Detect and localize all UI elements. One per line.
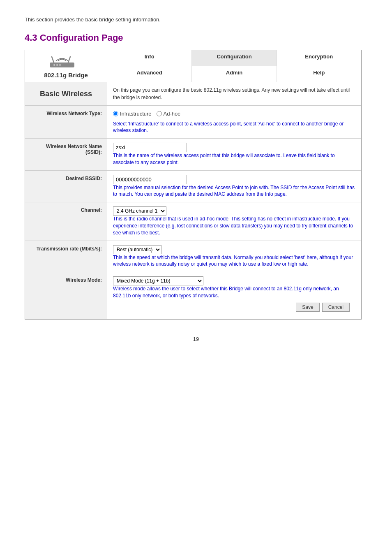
radio-infrastructure-label[interactable]: Infrastructure [113,110,152,118]
tab-help[interactable]: Help [277,66,361,82]
wireless-mode-select[interactable]: Mixed Mode (11g + 11b) 802.11g only 802.… [113,276,203,285]
radio-adhoc-label[interactable]: Ad-hoc [157,110,180,118]
wireless-mode-label: Wireless Mode: [25,272,107,319]
page-number: 19 [25,336,367,342]
tab-advanced[interactable]: Advanced [107,66,192,82]
device-name: 802.11g Bridge [44,72,88,79]
channel-value: 2.4 GHz channel 1 2.4 GHz channel 2 2.4 … [107,202,361,240]
radio-adhoc-text: Ad-hoc [164,110,180,118]
radio-infrastructure-text: Infrastructure [120,110,152,118]
ssid-input[interactable] [113,143,187,152]
cancel-button[interactable]: Cancel [322,303,350,312]
basic-wireless-label: Basic Wireless [40,90,92,98]
svg-point-5 [59,64,61,66]
bssid-label: Desired BSSID: [25,171,107,202]
tx-rate-value: Best (automatic) 1 Mbps 2 Mbps 5.5 Mbps … [107,241,361,272]
ssid-hint: This is the name of the wireless access … [113,152,355,166]
svg-line-2 [68,57,70,63]
channel-select[interactable]: 2.4 GHz channel 1 2.4 GHz channel 2 2.4 … [113,206,166,215]
wireless-type-label: Wireless Network Type: [25,106,107,138]
logo-cell: 802.11g Bridge [25,50,107,82]
bssid-input[interactable] [113,175,187,184]
wireless-type-value: Infrastructure Ad-hoc Select 'Infrastruc… [107,106,361,138]
page-header-row: Basic Wireless On this page you can conf… [25,82,361,106]
tx-rate-hint: This is the speed at which the bridge wi… [113,254,355,268]
tabs-bottom-row: Advanced Admin Help [107,66,361,82]
wireless-mode-row: Wireless Mode: Mixed Mode (11g + 11b) 80… [25,272,361,319]
save-button[interactable]: Save [296,303,319,312]
svg-point-3 [53,64,55,66]
ssid-value: This is the name of the wireless access … [107,139,361,170]
tx-rate-select[interactable]: Best (automatic) 1 Mbps 2 Mbps 5.5 Mbps … [113,245,161,254]
tabs-cell: Info Configuration Encryption Advanced A… [107,50,361,82]
radio-adhoc[interactable] [157,111,162,116]
wireless-mode-value: Mixed Mode (11g + 11b) 802.11g only 802.… [107,272,361,319]
config-box: 802.11g Bridge Info Configuration Encryp… [25,50,362,320]
page-header-description: On this page you can configure the basic… [107,82,361,105]
tab-configuration[interactable]: Configuration [192,50,277,66]
wireless-type-hint: Select 'Infrastructure' to connect to a … [113,120,355,134]
tab-admin[interactable]: Admin [192,66,277,82]
tab-encryption[interactable]: Encryption [277,50,361,66]
bssid-value: This provides manual selection for the d… [107,171,361,202]
channel-row: Channel: 2.4 GHz channel 1 2.4 GHz chann… [25,202,361,241]
channel-hint: This is the radio channel that is used i… [113,215,355,236]
svg-point-4 [56,64,58,66]
tx-rate-label: Transmission rate (Mbits/s): [25,241,107,272]
wireless-mode-hint: Wireless mode allows the user to select … [113,285,355,299]
wireless-type-radio-group: Infrastructure Ad-hoc [113,110,355,118]
tabs-top-row: Info Configuration Encryption [107,50,361,66]
bssid-row: Desired BSSID: This provides manual sele… [25,171,361,203]
section-title: 4.3 Configuration Page [25,32,367,43]
buttons-row: Save Cancel [113,299,355,315]
device-logo-icon [48,53,85,70]
ssid-label: Wireless Network Name (SSID): [25,139,107,170]
bssid-hint: This provides manual selection for the d… [113,184,355,198]
intro-text: This section provides the basic bridge s… [25,16,367,23]
radio-infrastructure[interactable] [113,111,118,116]
wireless-type-row: Wireless Network Type: Infrastructure Ad… [25,106,361,139]
channel-label: Channel: [25,202,107,240]
ssid-row: Wireless Network Name (SSID): This is th… [25,139,361,171]
svg-line-1 [52,57,54,63]
tab-info[interactable]: Info [107,50,192,66]
nav-row: 802.11g Bridge Info Configuration Encryp… [25,50,361,82]
basic-wireless-label-cell: Basic Wireless [25,82,107,105]
tx-rate-row: Transmission rate (Mbits/s): Best (autom… [25,241,361,273]
